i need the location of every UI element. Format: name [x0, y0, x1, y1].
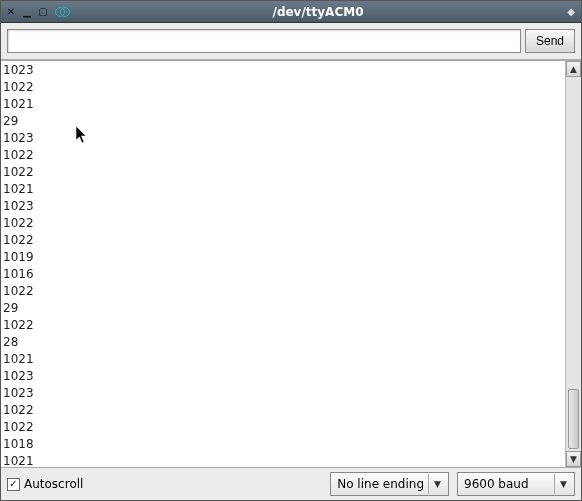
window-title: /dev/ttyACM0	[273, 5, 364, 19]
serial-line: 1022	[3, 283, 563, 300]
close-icon[interactable]: ✕	[5, 6, 17, 18]
autoscroll-checkbox[interactable]: ✓	[7, 478, 20, 491]
titlebar-spacer: /dev/ttyACM0	[71, 5, 565, 19]
baud-rate-select[interactable]: 9600 baud ▼	[457, 472, 575, 496]
serial-output: 1023102210212910231022102210211023102210…	[1, 61, 565, 467]
serial-line: 1023	[3, 62, 563, 79]
serial-line: 29	[3, 300, 563, 317]
serial-line: 1022	[3, 232, 563, 249]
serial-line: 1022	[3, 164, 563, 181]
chevron-down-icon: ▼	[554, 474, 572, 494]
titlebar: ✕ ▁ ▢ /dev/ttyACM0 ◆	[1, 1, 581, 23]
scroll-up-button[interactable]: ▲	[566, 61, 581, 77]
send-button[interactable]: Send	[525, 29, 575, 53]
window-menu-icon[interactable]: ◆	[565, 6, 577, 18]
serial-line: 1022	[3, 402, 563, 419]
serial-line: 1023	[3, 198, 563, 215]
serial-line: 1022	[3, 419, 563, 436]
serial-line: 1019	[3, 249, 563, 266]
serial-line: 29	[3, 113, 563, 130]
serial-line: 1023	[3, 368, 563, 385]
serial-send-input[interactable]	[7, 29, 521, 53]
window-controls: ✕ ▁ ▢	[5, 6, 49, 18]
arduino-icon	[55, 6, 71, 18]
scrollbar-thumb[interactable]	[568, 389, 579, 449]
chevron-down-icon: ▼	[428, 474, 446, 494]
serial-line: 1016	[3, 266, 563, 283]
serial-line: 1022	[3, 215, 563, 232]
vertical-scrollbar[interactable]: ▲ ▼	[565, 61, 581, 467]
status-bar: ✓ Autoscroll No line ending ▼ 9600 baud …	[1, 468, 581, 500]
serial-line: 1021	[3, 453, 563, 467]
serial-line: 1022	[3, 147, 563, 164]
send-toolbar: Send	[1, 23, 581, 60]
scroll-down-button[interactable]: ▼	[566, 451, 581, 467]
line-ending-select[interactable]: No line ending ▼	[330, 472, 449, 496]
serial-line: 1018	[3, 436, 563, 453]
autoscroll-checkbox-group[interactable]: ✓ Autoscroll	[7, 477, 322, 491]
window: ✕ ▁ ▢ /dev/ttyACM0 ◆ Send 10231022102129…	[0, 0, 582, 501]
serial-line: 1021	[3, 351, 563, 368]
baud-rate-value: 9600 baud	[464, 477, 550, 491]
serial-line: 1022	[3, 317, 563, 334]
serial-line: 1023	[3, 130, 563, 147]
serial-line: 1023	[3, 385, 563, 402]
maximize-icon[interactable]: ▢	[37, 6, 49, 18]
serial-line: 28	[3, 334, 563, 351]
minimize-icon[interactable]: ▁	[21, 6, 33, 18]
autoscroll-label: Autoscroll	[24, 477, 83, 491]
line-ending-value: No line ending	[337, 477, 424, 491]
content-area: 1023102210212910231022102210211023102210…	[1, 60, 581, 468]
serial-line: 1022	[3, 79, 563, 96]
serial-line: 1021	[3, 96, 563, 113]
serial-line: 1021	[3, 181, 563, 198]
